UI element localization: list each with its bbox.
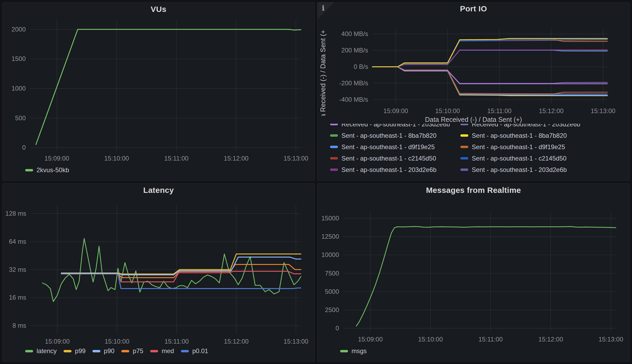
x-tick-label: 15:10:00: [435, 107, 460, 114]
x-tick-label: 15:11:00: [487, 107, 512, 114]
legend-item[interactable]: p99: [64, 347, 86, 355]
legend-label: Received - ap-southeast-1 - 203d2e6b: [341, 124, 450, 128]
legend-label: Received - ap-southeast-1 - 203d2e6b: [472, 124, 580, 128]
panel-messages: Messages from Realtime 02500500075001000…: [317, 183, 630, 362]
legend-label: p75: [133, 347, 143, 355]
panel-title-port-io[interactable]: Port IO: [317, 2, 630, 15]
latency-chart[interactable]: 8 ms16 ms32 ms64 ms128 ms15:09:0015:10:0…: [2, 197, 315, 344]
legend-swatch: [460, 168, 468, 171]
y-tick-label: 5000: [325, 288, 339, 295]
x-tick-label: 15:11:00: [164, 338, 189, 344]
series-2kvus-50kb: [36, 29, 301, 145]
series-received-d9f19e25-neg: [372, 67, 607, 95]
legend-item[interactable]: Sent - ap-southeast-1 - d9f19e25: [460, 143, 630, 151]
vus-chart[interactable]: 050010001500200015:09:0015:10:0015:11:00…: [2, 16, 315, 163]
vus-legend: 2kvus-50kb: [2, 163, 315, 181]
latency-legend: latencyp99p90p75medp0.01: [2, 344, 315, 362]
x-tick-label: 15:09:00: [358, 336, 382, 343]
series-sent-8ba7b820-yellow: [372, 38, 607, 67]
panel-port-io: i Port IO Data Received (-) / Data Sent …: [317, 2, 630, 181]
legend-swatch: [150, 350, 158, 352]
port-io-legend: Received - ap-southeast-1 - 203d2e6bRece…: [317, 124, 630, 181]
legend-label: msgs: [351, 347, 367, 355]
y-tick-label: 10000: [321, 251, 339, 258]
legend-item[interactable]: Sent - ap-southeast-1 - c2145d50: [330, 155, 460, 162]
legend-swatch: [460, 157, 468, 159]
panel-title-messages[interactable]: Messages from Realtime: [317, 183, 630, 197]
series-latency: [42, 238, 301, 301]
x-tick-label: 15:12:00: [224, 155, 248, 162]
x-tick-label: 15:13:00: [283, 338, 308, 344]
legend-item[interactable]: p0.01: [181, 347, 208, 355]
legend-label: Sent - ap-southeast-1 - 8ba7b820: [341, 132, 437, 139]
legend-item[interactable]: msgs: [340, 347, 367, 355]
port-io-chart[interactable]: 400 MB/s200 MB/s0 B/s-200 MB/s-400 MB/s1…: [328, 15, 630, 116]
legend-item[interactable]: latency: [25, 347, 57, 355]
x-tick-label: 15:13:00: [283, 155, 308, 162]
legend-item[interactable]: Sent - ap-southeast-1 - 8ba7b820: [460, 132, 630, 139]
x-tick-label: 15:10:00: [418, 336, 443, 343]
x-tick-label: 15:12:00: [224, 338, 248, 344]
legend-swatch: [25, 169, 33, 171]
x-tick-label: 15:09:00: [44, 155, 69, 162]
legend-item[interactable]: Received - ap-southeast-1 - 203d2e6b: [460, 124, 630, 128]
x-tick-label: 15:10:00: [105, 338, 129, 344]
legend-swatch: [330, 157, 338, 159]
dashboard: VUs 050010001500200015:09:0015:10:0015:1…: [0, 0, 632, 364]
y-tick-label: 32 ms: [9, 266, 26, 273]
legend-label: med: [162, 347, 174, 355]
x-tick-label: 15:13:00: [598, 336, 623, 343]
x-tick-label: 15:09:00: [383, 107, 408, 114]
y-tick-label: -400 MB/s: [339, 96, 368, 103]
y-tick-label: 8 ms: [12, 322, 26, 329]
panel-title-latency[interactable]: Latency: [2, 183, 315, 197]
x-tick-label: 15:11:00: [478, 336, 503, 343]
legend-item[interactable]: 2kvus-50kb: [25, 166, 69, 174]
legend-label: p99: [75, 347, 86, 355]
y-tick-label: 1500: [12, 55, 26, 62]
legend-label: p90: [104, 347, 114, 355]
legend-label: Sent - ap-southeast-1 - 203d2e6b: [341, 166, 437, 174]
y-tick-label: 64 ms: [9, 238, 26, 245]
legend-item[interactable]: Sent - ap-southeast-1 - 8ba7b820: [330, 132, 460, 139]
y-tick-label: 0 B/s: [354, 63, 368, 70]
y-tick-label: 16 ms: [9, 294, 26, 301]
legend-swatch: [330, 124, 338, 125]
legend-item[interactable]: Sent - ap-southeast-1 - c2145d50: [460, 155, 630, 162]
legend-label: Sent - ap-southeast-1 - c2145d50: [472, 155, 567, 162]
messages-chart[interactable]: 025005000750010000125001500015:09:0015:1…: [317, 197, 630, 344]
panel-info-corner[interactable]: [317, 2, 334, 19]
legend-item[interactable]: Sent - ap-southeast-1 - 203d2e6b: [330, 166, 460, 174]
y-tick-label: 200 MB/s: [341, 47, 368, 54]
y-tick-label: 12500: [321, 233, 339, 240]
x-tick-label: 15:12:00: [538, 336, 563, 343]
legend-swatch: [64, 350, 72, 352]
series-received-8ba7b820-neg: [372, 67, 607, 96]
legend-label: p0.01: [192, 347, 208, 355]
panel-title-vus[interactable]: VUs: [2, 2, 315, 16]
legend-item[interactable]: p75: [121, 347, 143, 355]
y-tick-label: 2500: [325, 306, 339, 313]
legend-swatch: [121, 350, 129, 352]
legend-swatch: [460, 134, 468, 137]
y-tick-label: 15000: [321, 215, 339, 222]
series-received-203d2e6b-lavender: [372, 67, 607, 84]
legend-item[interactable]: p90: [92, 347, 114, 355]
legend-item[interactable]: Sent - ap-southeast-1 - d9f19e25: [330, 143, 460, 151]
info-icon[interactable]: i: [322, 4, 324, 12]
legend-item[interactable]: Sent - ap-southeast-1 - 203d2e6b: [460, 166, 630, 174]
legend-item[interactable]: Received - ap-southeast-1 - 203d2e6b: [330, 124, 460, 128]
series-sent-203d2e6b-magenta: [372, 50, 607, 67]
y-tick-label: 500: [15, 114, 26, 122]
legend-label: Sent - ap-southeast-1 - d9f19e25: [341, 143, 435, 151]
panel-latency: Latency 8 ms16 ms32 ms64 ms128 ms15:09:0…: [2, 183, 315, 362]
series-received-203d2e6b-slate: [372, 67, 607, 83]
series-p0.01: [61, 274, 301, 289]
legend-item[interactable]: med: [150, 347, 174, 355]
legend-label: Sent - ap-southeast-1 - 8ba7b820: [472, 132, 567, 139]
legend-label: 2kvus-50kb: [37, 166, 69, 174]
legend-swatch: [460, 124, 468, 125]
y-tick-label: 1000: [12, 85, 26, 92]
port-io-chart-area: Data Received (-) / Data Sent (+ 400 MB/…: [317, 15, 630, 116]
panel-vus: VUs 050010001500200015:09:0015:10:0015:1…: [2, 2, 315, 181]
